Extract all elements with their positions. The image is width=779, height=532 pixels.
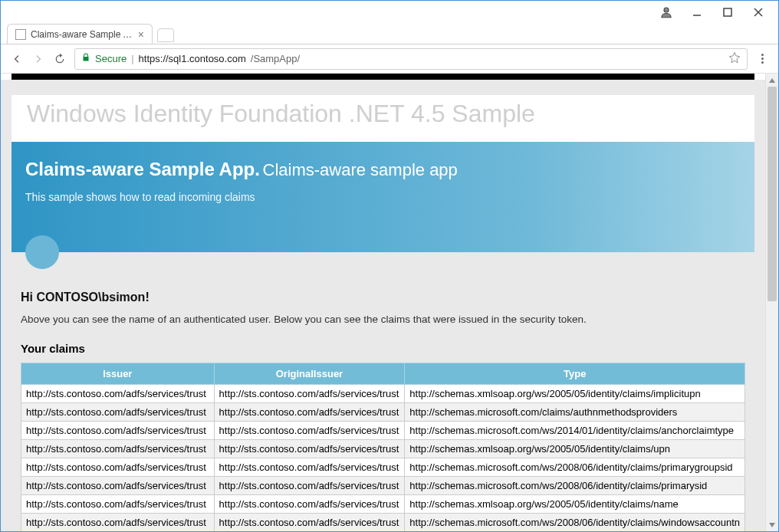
table-cell: http://sts.contoso.com/adfs/services/tru… bbox=[214, 514, 405, 532]
page-icon bbox=[15, 29, 26, 40]
new-tab-button[interactable] bbox=[157, 28, 174, 42]
browser-toolbar: Secure | https://sql1.contoso.com/SampAp… bbox=[1, 44, 778, 74]
table-cell: http://schemas.microsoft.com/ws/2008/06/… bbox=[405, 458, 745, 477]
table-row: http://sts.contoso.com/adfs/services/tru… bbox=[21, 422, 745, 440]
col-originalissuer: OriginalIssuer bbox=[214, 363, 405, 385]
greeting-text: Hi CONTOSO\bsimon! bbox=[21, 291, 745, 304]
table-cell: http://sts.contoso.com/adfs/services/tru… bbox=[214, 403, 405, 422]
table-cell: http://sts.contoso.com/adfs/services/tru… bbox=[21, 514, 215, 532]
table-cell: http://schemas.microsoft.com/ws/2008/06/… bbox=[405, 514, 745, 532]
col-issuer: Issuer bbox=[21, 363, 215, 385]
hero-description: This sample shows how to read incoming c… bbox=[25, 191, 741, 203]
table-cell: http://sts.contoso.com/adfs/services/tru… bbox=[21, 403, 215, 422]
hero-title: Claims-aware Sample App. bbox=[25, 159, 260, 179]
scroll-thumb[interactable] bbox=[767, 87, 777, 301]
table-cell: http://sts.contoso.com/adfs/services/tru… bbox=[21, 495, 215, 514]
bookmark-star-icon[interactable] bbox=[728, 51, 741, 66]
vertical-scrollbar[interactable] bbox=[765, 74, 778, 531]
browser-tab[interactable]: Claims-aware Sample App × bbox=[7, 24, 153, 44]
table-cell: http://sts.contoso.com/adfs/services/tru… bbox=[214, 477, 405, 495]
hero-subtitle: Claims-aware sample app bbox=[263, 160, 458, 179]
scroll-up-arrow[interactable] bbox=[766, 74, 778, 87]
user-account-icon[interactable] bbox=[651, 2, 682, 23]
browser-tabstrip: Claims-aware Sample App × bbox=[1, 24, 778, 44]
table-row: http://sts.contoso.com/adfs/services/tru… bbox=[21, 385, 745, 403]
table-row: http://sts.contoso.com/adfs/services/tru… bbox=[21, 495, 745, 514]
reload-button[interactable] bbox=[53, 52, 67, 66]
minimize-button[interactable] bbox=[682, 2, 712, 23]
top-black-bar bbox=[12, 74, 754, 80]
url-separator: | bbox=[131, 53, 133, 64]
table-row: http://sts.contoso.com/adfs/services/tru… bbox=[21, 458, 745, 477]
address-bar[interactable]: Secure | https://sql1.contoso.com/SampAp… bbox=[74, 48, 748, 70]
table-cell: http://schemas.microsoft.com/ws/2008/06/… bbox=[405, 477, 745, 495]
page-viewport: Windows Identity Foundation .NET 4.5 Sam… bbox=[1, 74, 778, 531]
table-cell: http://schemas.xmlsoap.org/ws/2005/05/id… bbox=[405, 495, 745, 514]
table-cell: http://sts.contoso.com/adfs/services/tru… bbox=[21, 458, 215, 477]
window-titlebar bbox=[1, 1, 778, 24]
url-path: /SampApp/ bbox=[251, 53, 300, 64]
table-cell: http://sts.contoso.com/adfs/services/tru… bbox=[21, 385, 215, 403]
close-tab-icon[interactable]: × bbox=[138, 29, 144, 40]
maximize-button[interactable] bbox=[712, 2, 743, 23]
table-cell: http://sts.contoso.com/adfs/services/tru… bbox=[21, 440, 215, 458]
table-cell: http://schemas.xmlsoap.org/ws/2005/05/id… bbox=[405, 385, 745, 403]
hero-notch bbox=[25, 235, 59, 269]
scroll-down-arrow[interactable] bbox=[766, 518, 778, 531]
claims-heading: Your claims bbox=[21, 342, 745, 355]
svg-point-0 bbox=[664, 8, 669, 12]
lock-icon bbox=[81, 53, 90, 64]
claims-table: Issuer OriginalIssuer Type http://sts.co… bbox=[21, 363, 745, 531]
table-row: http://sts.contoso.com/adfs/services/tru… bbox=[21, 477, 745, 495]
table-header-row: Issuer OriginalIssuer Type bbox=[21, 363, 745, 385]
svg-rect-2 bbox=[724, 8, 731, 16]
close-window-button[interactable] bbox=[743, 2, 774, 23]
table-cell: http://schemas.xmlsoap.org/ws/2005/05/id… bbox=[405, 440, 745, 458]
url-host: https://sql1.contoso.com bbox=[139, 53, 246, 64]
table-cell: http://sts.contoso.com/adfs/services/tru… bbox=[214, 458, 405, 477]
tab-title: Claims-aware Sample App bbox=[31, 29, 133, 40]
table-row: http://sts.contoso.com/adfs/services/tru… bbox=[21, 514, 745, 532]
table-cell: http://schemas.microsoft.com/ws/2014/01/… bbox=[405, 422, 745, 440]
table-cell: http://sts.contoso.com/adfs/services/tru… bbox=[214, 422, 405, 440]
secure-label: Secure bbox=[95, 53, 127, 64]
hero-banner: Claims-aware Sample App. Claims-aware sa… bbox=[12, 142, 754, 252]
table-cell: http://sts.contoso.com/adfs/services/tru… bbox=[214, 385, 405, 403]
table-row: http://sts.contoso.com/adfs/services/tru… bbox=[21, 440, 745, 458]
table-cell: http://schemas.microsoft.com/claims/auth… bbox=[405, 403, 745, 422]
page-title: Windows Identity Foundation .NET 4.5 Sam… bbox=[16, 95, 750, 142]
table-cell: http://sts.contoso.com/adfs/services/tru… bbox=[214, 440, 405, 458]
description-text: Above you can see the name of an authent… bbox=[21, 314, 745, 325]
table-cell: http://sts.contoso.com/adfs/services/tru… bbox=[21, 422, 215, 440]
table-row: http://sts.contoso.com/adfs/services/tru… bbox=[21, 403, 745, 422]
col-type: Type bbox=[405, 363, 745, 385]
browser-menu-button[interactable] bbox=[755, 54, 769, 64]
forward-button[interactable] bbox=[31, 52, 45, 66]
table-cell: http://sts.contoso.com/adfs/services/tru… bbox=[21, 477, 215, 495]
table-cell: http://sts.contoso.com/adfs/services/tru… bbox=[214, 495, 405, 514]
back-button[interactable] bbox=[10, 52, 24, 66]
